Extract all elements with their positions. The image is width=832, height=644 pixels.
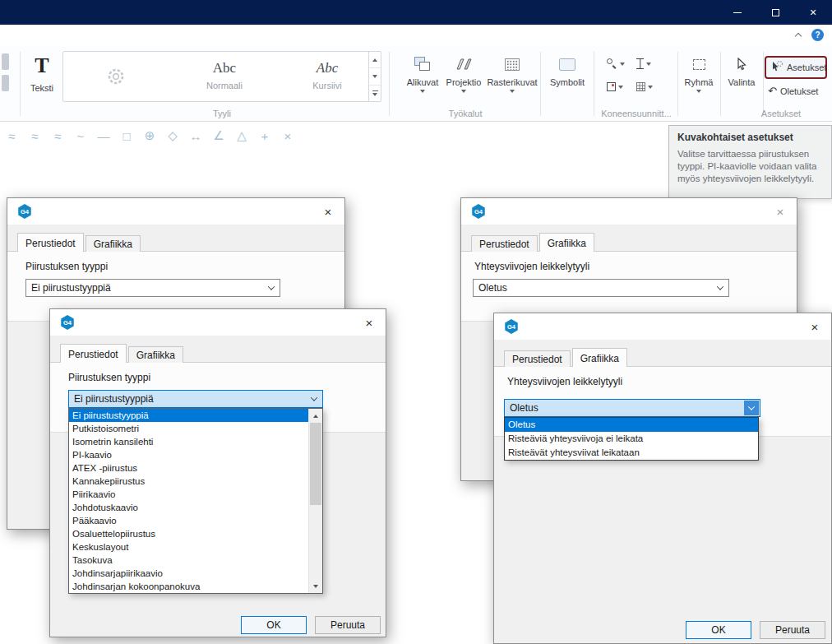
dropdown-option[interactable]: Osaluettelopiirustus — [69, 527, 308, 540]
drawing-tool-icon[interactable]: △ — [232, 125, 252, 146]
maximize-icon — [772, 9, 779, 16]
tab-perustiedot[interactable]: Perustiedot — [471, 235, 538, 252]
chevron-down-icon[interactable] — [744, 401, 759, 415]
chevron-down-icon[interactable] — [307, 391, 321, 406]
dropdown-option[interactable]: Johdinsarjan kokoonpanokuva — [69, 580, 308, 593]
machine-design-text-button[interactable] — [636, 58, 651, 69]
maximize-button[interactable] — [756, 0, 794, 25]
dropdown-option[interactable]: Isometrin kansilehti — [69, 435, 308, 448]
drawing-tool-icon[interactable]: ∠ — [209, 125, 229, 146]
dropdown-option[interactable]: Johdotuskaavio — [69, 501, 308, 514]
rasterikuvat-button[interactable]: Rasterikuvat — [487, 51, 538, 114]
dropdown-arrow-icon — [648, 86, 653, 89]
dropdown-option[interactable]: Johdinsarjapiirikaavio — [69, 567, 308, 580]
gallery-scroll-up[interactable] — [369, 52, 381, 68]
tab-grafiikka[interactable]: Grafiikka — [128, 346, 183, 363]
tooltip-title: Kuvakohtaiset asetukset — [677, 132, 823, 143]
ok-button[interactable]: OK — [686, 621, 751, 639]
undo-arrow-icon: ↶ — [768, 86, 777, 96]
machine-design-zoom-button[interactable] — [607, 58, 625, 69]
line-break-style-combobox[interactable]: Oletus — [473, 279, 729, 297]
drawing-tool-icon[interactable]: — — [94, 125, 113, 146]
window-titlebar: × — [0, 0, 832, 25]
chevron-down-icon[interactable] — [713, 280, 728, 295]
dialog-titlebar[interactable]: G4 × — [494, 313, 831, 340]
dropdown-arrow-icon — [618, 86, 623, 89]
dropdown-option[interactable]: Ei piirustustyyppiä — [69, 409, 308, 422]
rasterikuvat-label: Rasterikuvat — [487, 77, 537, 87]
drawing-toolbar: ≈ ≈ ≈ ~ — □ ⊕ ◇ ↔ ∠ △ + × — [2, 125, 301, 148]
teksti-button[interactable]: T Teksti — [25, 52, 59, 111]
dialog-titlebar[interactable]: G4 × — [7, 198, 344, 225]
tab-grafiikka[interactable]: Grafiikka — [572, 348, 627, 367]
machine-design-marker-button[interactable] — [607, 82, 623, 91]
valinta-button[interactable]: Valinta — [722, 51, 761, 114]
machine-design-grid-button[interactable] — [636, 82, 653, 91]
symbolit-button[interactable]: Symbolit — [543, 51, 591, 114]
minimize-button[interactable] — [719, 0, 756, 25]
tab-perustiedot[interactable]: Perustiedot — [17, 233, 84, 252]
dialog-close-button[interactable]: × — [798, 313, 831, 340]
dropdown-option[interactable]: Kannakepiirustus — [69, 475, 308, 488]
drawing-type-combobox-open[interactable]: Ei piirustustyyppiä — [68, 390, 323, 408]
drawing-type-combobox[interactable]: Ei piirustustyyppiä — [25, 279, 280, 297]
dropdown-option[interactable]: Tasokuva — [69, 554, 308, 567]
tab-perustiedot[interactable]: Perustiedot — [60, 344, 127, 363]
drawing-tool-icon[interactable]: ⊕ — [140, 125, 159, 146]
cancel-button[interactable]: Peruuta — [760, 621, 825, 639]
asetukset-button-highlighted[interactable]: Asetukset — [765, 56, 827, 79]
drawing-tool-icon[interactable]: × — [278, 125, 298, 146]
dropdown-option[interactable]: ATEX -piirustus — [69, 461, 308, 475]
close-button[interactable]: × — [794, 0, 832, 25]
drawing-tool-icon[interactable]: □ — [117, 125, 136, 146]
drawing-tool-icon[interactable]: + — [255, 125, 275, 146]
dialog-titlebar[interactable]: G4 × — [461, 198, 797, 225]
help-icon[interactable]: ? — [811, 29, 824, 41]
dropdown-option[interactable]: PI-kaavio — [69, 448, 308, 461]
collapse-ribbon-icon[interactable] — [795, 33, 802, 39]
scroll-down-icon[interactable] — [309, 579, 322, 593]
grid-icon — [636, 82, 645, 91]
valinta-label: Valinta — [728, 77, 756, 87]
dropdown-option[interactable]: Oletus — [505, 418, 758, 432]
tab-perustiedot[interactable]: Perustiedot — [504, 350, 571, 367]
gallery-more-button[interactable] — [369, 86, 381, 101]
projektio-button[interactable]: Projektio — [441, 51, 486, 114]
group-label-asetukset: Asetukset — [751, 109, 811, 118]
dropdown-option[interactable]: Risteäviä yhteysviivoja ei leikata — [505, 432, 758, 446]
dialog-close-button[interactable]: × — [764, 198, 797, 225]
dropdown-option[interactable]: Risteävät yhteysviivat leikataan — [505, 446, 758, 460]
dialog-titlebar[interactable]: G4 × — [50, 309, 386, 336]
tab-grafiikka[interactable]: Grafiikka — [86, 235, 141, 252]
oletukset-button[interactable]: ↶ Oletukset — [768, 86, 818, 96]
style-normal[interactable]: Abc Normaali — [175, 52, 274, 101]
alikuvat-button[interactable]: Alikuvat — [400, 51, 445, 114]
drawing-tool-icon[interactable]: ↔ — [186, 125, 206, 146]
line-break-style-combobox-open[interactable]: Oletus — [504, 399, 760, 417]
scroll-up-icon[interactable] — [309, 409, 322, 423]
tab-grafiikka[interactable]: Grafiikka — [539, 233, 594, 252]
ok-button[interactable]: OK — [241, 616, 307, 634]
gallery-scroll-down[interactable] — [369, 68, 381, 85]
drawing-tool-icon[interactable]: ≈ — [48, 125, 67, 146]
drawing-tool-icon[interactable]: ◇ — [163, 125, 183, 146]
dropdown-option[interactable]: Piirikaavio — [69, 488, 308, 501]
ryhma-button[interactable]: Ryhmä — [679, 51, 719, 114]
drawing-tool-icon[interactable]: ≈ — [2, 125, 21, 146]
dropdown-option[interactable]: Keskuslayout — [69, 540, 308, 554]
dialog-graphics-front: G4 × Perustiedot Grafiikka Yhteysviivoje… — [493, 313, 832, 644]
scrollbar[interactable] — [308, 409, 322, 593]
chevron-down-icon[interactable] — [264, 280, 279, 295]
dialog-close-button[interactable]: × — [312, 198, 344, 225]
teksti-label: Teksti — [30, 83, 53, 93]
dropdown-option[interactable]: Putkistoisometri — [69, 422, 308, 435]
scrollbar-thumb[interactable] — [310, 423, 321, 505]
drawing-tool-icon[interactable]: ≈ — [25, 125, 44, 146]
drawing-tool-icon[interactable]: ~ — [71, 125, 90, 146]
dropdown-arrow-icon — [696, 90, 701, 93]
dialog-close-button[interactable]: × — [353, 309, 386, 336]
dropdown-option[interactable]: Pääkaavio — [69, 514, 308, 527]
cancel-button[interactable]: Peruuta — [315, 616, 381, 634]
raster-image-icon — [487, 51, 538, 77]
style-italic[interactable]: Abc Kursiivi — [278, 52, 377, 101]
